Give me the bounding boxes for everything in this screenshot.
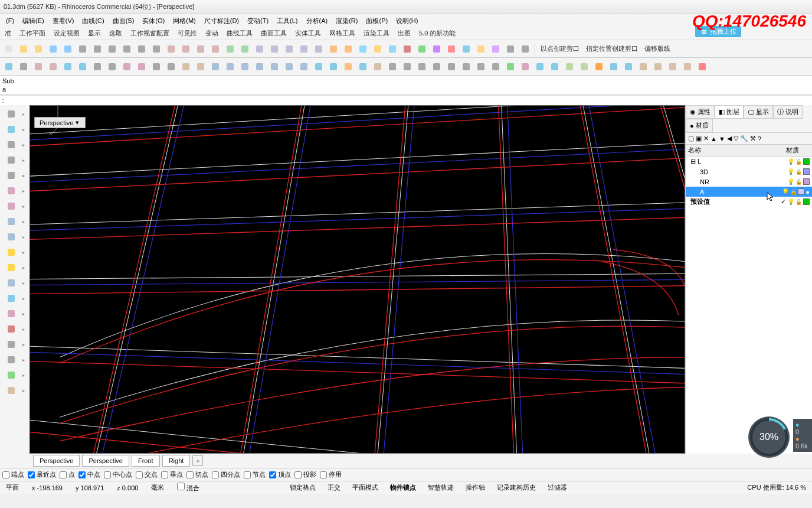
toolbar-icon[interactable]	[342, 60, 355, 73]
lightbulb-icon[interactable]: 💡	[782, 188, 789, 195]
toolbar-icon[interactable]	[5, 169, 18, 182]
toolbar-icon[interactable]	[179, 60, 192, 73]
toolbar-icon[interactable]	[5, 338, 18, 351]
flyout-arrow-icon[interactable]: ▸	[22, 158, 25, 163]
view-tab[interactable]: Perspective	[33, 455, 80, 467]
lock-icon[interactable]: 🔓	[795, 169, 802, 175]
flyout-arrow-icon[interactable]: ▸	[22, 311, 25, 317]
toolbar-icon[interactable]	[194, 43, 207, 56]
flyout-arrow-icon[interactable]: ▸	[22, 327, 25, 332]
toolbar-icon[interactable]	[297, 43, 310, 56]
toolbar-icon[interactable]	[356, 60, 369, 73]
toolbar-icon[interactable]	[5, 261, 18, 274]
toolbar-icon[interactable]	[5, 108, 18, 121]
cplane-label[interactable]: 平面	[4, 483, 21, 492]
toolbar-icon[interactable]	[5, 353, 18, 366]
toolbar-icon[interactable]	[578, 60, 591, 73]
toolbar-icon[interactable]	[651, 60, 664, 73]
lock-icon[interactable]: 🔒	[790, 189, 797, 195]
toolbar-icon[interactable]	[460, 43, 473, 56]
flyout-arrow-icon[interactable]: ▸	[22, 142, 25, 148]
flyout-arrow-icon[interactable]: ▸	[22, 173, 25, 178]
toolbar-icon[interactable]	[32, 60, 45, 73]
toolbar-icon[interactable]	[135, 43, 148, 56]
prev-icon[interactable]: ◀	[727, 135, 732, 142]
status-toggle[interactable]: 操作轴	[463, 484, 487, 491]
menu-item[interactable]: 说明(H)	[392, 15, 421, 27]
toolbar-icon[interactable]	[283, 43, 296, 56]
layer-row[interactable]: A💡🔒●	[686, 187, 812, 197]
osnap-节点[interactable]: 节点	[244, 470, 266, 479]
viewport-label[interactable]: Perspective ▾	[34, 117, 86, 128]
layer-row[interactable]: NR💡🔓	[686, 177, 812, 187]
toolbar-icon[interactable]	[297, 60, 310, 73]
menu-item[interactable]: 编辑(E)	[19, 15, 48, 27]
flyout-arrow-icon[interactable]: ▸	[22, 357, 25, 363]
context-action[interactable]: 偏移版线	[642, 44, 673, 53]
toolbar-icon[interactable]	[2, 43, 15, 56]
menu-item[interactable]: 尺寸标注(D)	[201, 15, 243, 27]
toolbar-icon[interactable]	[209, 60, 222, 73]
flyout-arrow-icon[interactable]: ▸	[22, 388, 25, 393]
toolbar-icon[interactable]	[504, 60, 517, 73]
toolbar-icon[interactable]	[681, 60, 694, 73]
toolbar-icon[interactable]	[386, 43, 399, 56]
toolbar-icon[interactable]	[47, 43, 60, 56]
toolbar-icon[interactable]	[283, 60, 296, 73]
toolbar-icon[interactable]	[5, 200, 18, 213]
flyout-arrow-icon[interactable]: ▸	[22, 296, 25, 301]
filter-icon[interactable]: ▽	[734, 135, 738, 142]
osnap-顶点[interactable]: 顶点	[269, 470, 291, 479]
flyout-arrow-icon[interactable]: ▸	[22, 250, 25, 255]
toolbar-icon[interactable]	[474, 60, 487, 73]
toolbar-icon[interactable]	[224, 43, 237, 56]
toolbar-icon[interactable]	[61, 43, 74, 56]
toolbar-icon[interactable]	[238, 43, 251, 56]
toolbar-icon[interactable]	[268, 60, 281, 73]
color-swatch[interactable]	[798, 188, 804, 195]
toolbar-icon[interactable]	[5, 369, 18, 382]
lightbulb-icon[interactable]: 💡	[787, 198, 794, 205]
toolbar-icon[interactable]	[386, 60, 399, 73]
osnap-端点[interactable]: 端点	[2, 470, 24, 479]
toolbar-icon[interactable]	[5, 138, 18, 151]
toolbar-icon[interactable]	[401, 43, 414, 56]
menu-item[interactable]: 实体(O)	[139, 15, 168, 27]
toolbar-icon[interactable]	[592, 60, 605, 73]
panel-tab-说明[interactable]: ⓘ说明	[773, 105, 803, 119]
toolbar-icon[interactable]	[5, 323, 18, 336]
toolbar-icon[interactable]	[5, 230, 18, 243]
toolbar-group[interactable]: 5.0 的新功能	[417, 29, 458, 38]
osnap-四分点[interactable]: 四分点	[212, 470, 240, 479]
flyout-arrow-icon[interactable]: ▸	[22, 235, 25, 240]
osnap-中心点[interactable]: 中心点	[104, 470, 132, 479]
toolbar-group[interactable]: 可见性	[175, 29, 199, 38]
new-sublayer-icon[interactable]: ▣	[696, 135, 702, 142]
menu-item[interactable]: 工具(L)	[273, 15, 301, 27]
toolbar-icon[interactable]	[135, 60, 148, 73]
toolbar-icon[interactable]	[32, 43, 45, 56]
osnap-交点[interactable]: 交点	[136, 470, 158, 479]
toolbar-icon[interactable]	[165, 43, 178, 56]
toolbar-icon[interactable]	[5, 292, 18, 305]
toolbar-icon[interactable]	[5, 215, 18, 228]
menu-item[interactable]: (F)	[2, 16, 18, 25]
toolbar-group[interactable]: 选取	[107, 29, 125, 38]
toolbar-icon[interactable]	[489, 43, 502, 56]
toolbar-group[interactable]: 准	[2, 29, 14, 38]
toolbar-icon[interactable]	[474, 43, 487, 56]
view-tab[interactable]: Perspective	[82, 455, 129, 467]
status-toggle[interactable]: 智慧轨迹	[425, 484, 456, 491]
toolbar-icon[interactable]	[342, 43, 355, 56]
osnap-垂点[interactable]: 垂点	[161, 470, 183, 479]
toolbar-icon[interactable]	[696, 60, 709, 73]
panel-tab-显示[interactable]: 🖵显示	[744, 105, 773, 119]
upload-badge[interactable]: 拖拽上传	[695, 26, 741, 37]
toolbar-icon[interactable]	[563, 60, 576, 73]
toolbar-group[interactable]: 网格工具	[327, 29, 358, 38]
toolbar-icon[interactable]	[91, 43, 104, 56]
toolbar-icon[interactable]	[76, 60, 89, 73]
flyout-arrow-icon[interactable]: ▸	[22, 342, 25, 347]
menu-item[interactable]: 曲线(C)	[78, 15, 107, 27]
menu-item[interactable]: 网格(M)	[169, 15, 199, 27]
